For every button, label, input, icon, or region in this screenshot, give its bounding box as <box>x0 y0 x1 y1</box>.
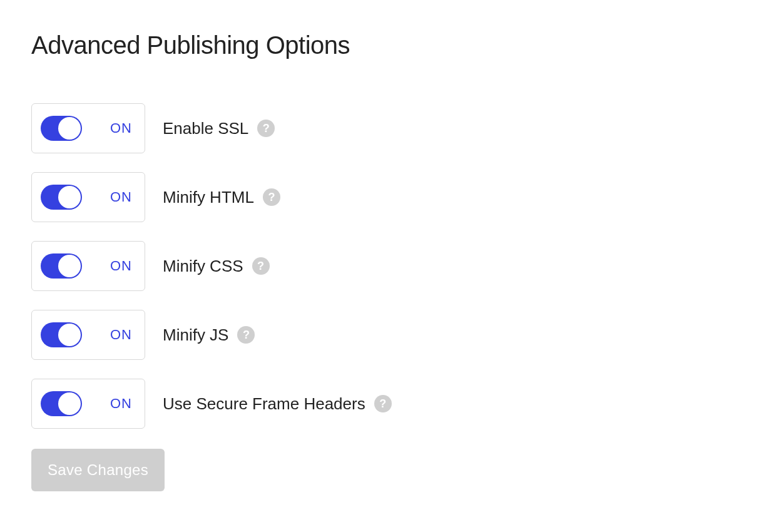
toggle-state-label: ON <box>110 120 132 136</box>
option-label-wrap: Enable SSL ? <box>163 119 275 138</box>
toggle-state-label: ON <box>110 258 132 274</box>
toggle-minify-css[interactable]: ON <box>31 241 145 291</box>
toggle-enable-ssl[interactable]: ON <box>31 103 145 153</box>
toggle-switch-icon <box>41 185 82 210</box>
help-icon[interactable]: ? <box>257 120 275 137</box>
option-row-minify-html: ON Minify HTML ? <box>31 172 745 222</box>
toggle-knob-icon <box>58 324 81 346</box>
option-label: Minify CSS <box>163 257 243 276</box>
toggle-state-label: ON <box>110 189 132 205</box>
help-icon[interactable]: ? <box>237 326 255 344</box>
toggle-switch-icon <box>41 391 82 416</box>
page-title: Advanced Publishing Options <box>31 31 745 59</box>
toggle-knob-icon <box>58 186 81 208</box>
toggle-switch-icon <box>41 253 82 279</box>
option-row-minify-css: ON Minify CSS ? <box>31 241 745 291</box>
toggle-state-label: ON <box>110 327 132 343</box>
option-label: Use Secure Frame Headers <box>163 394 365 414</box>
option-row-minify-js: ON Minify JS ? <box>31 310 745 360</box>
option-label: Minify JS <box>163 325 228 345</box>
help-icon[interactable]: ? <box>374 395 392 412</box>
help-icon[interactable]: ? <box>252 257 270 275</box>
option-label: Minify HTML <box>163 188 254 207</box>
option-label-wrap: Minify CSS ? <box>163 257 270 276</box>
options-list: ON Enable SSL ? ON Minify HTML ? ON Mini… <box>31 103 745 491</box>
option-label-wrap: Use Secure Frame Headers ? <box>163 394 392 414</box>
toggle-minify-js[interactable]: ON <box>31 310 145 360</box>
save-changes-button[interactable]: Save Changes <box>31 449 165 491</box>
toggle-knob-icon <box>58 392 81 415</box>
toggle-minify-html[interactable]: ON <box>31 172 145 222</box>
toggle-knob-icon <box>58 117 81 140</box>
help-icon[interactable]: ? <box>263 188 280 206</box>
option-label-wrap: Minify HTML ? <box>163 188 280 207</box>
toggle-secure-frame-headers[interactable]: ON <box>31 379 145 429</box>
option-label: Enable SSL <box>163 119 248 138</box>
toggle-state-label: ON <box>110 396 132 412</box>
toggle-switch-icon <box>41 116 82 141</box>
option-row-enable-ssl: ON Enable SSL ? <box>31 103 745 153</box>
toggle-switch-icon <box>41 322 82 347</box>
option-label-wrap: Minify JS ? <box>163 325 255 345</box>
toggle-knob-icon <box>58 255 81 277</box>
option-row-secure-frame-headers: ON Use Secure Frame Headers ? <box>31 379 745 429</box>
